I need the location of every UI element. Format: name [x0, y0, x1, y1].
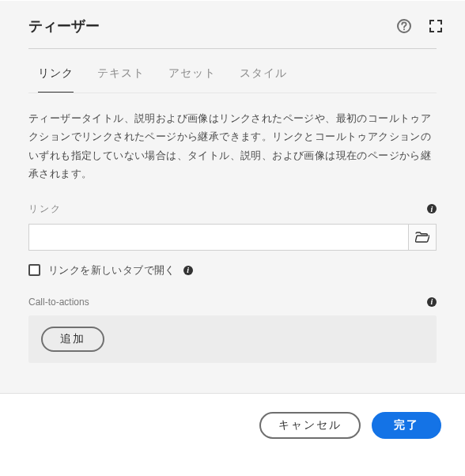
tab-style[interactable]: スタイル	[240, 62, 287, 93]
tab-asset[interactable]: アセット	[168, 62, 216, 93]
tab-bar: リンク テキスト アセット スタイル	[0, 49, 465, 93]
path-picker-button[interactable]	[408, 224, 437, 251]
cta-label: Call-to-actions	[28, 297, 427, 308]
tab-link[interactable]: リンク	[38, 62, 74, 93]
cancel-button[interactable]: キャンセル	[259, 412, 361, 439]
open-new-tab-label: リンクを新しいタブで開く	[48, 263, 176, 278]
open-new-tab-row[interactable]: リンクを新しいタブで開く i	[28, 263, 437, 278]
panel-description: ティーザータイトル、説明および画像はリンクされたページや、最初のコールトゥアクシ…	[28, 109, 437, 183]
dialog-title: ティーザー	[28, 17, 381, 36]
folder-open-icon	[415, 232, 429, 243]
info-icon[interactable]: i	[427, 204, 437, 213]
done-button[interactable]: 完了	[372, 412, 441, 439]
tab-text[interactable]: テキスト	[97, 62, 145, 93]
open-new-tab-checkbox[interactable]	[28, 264, 40, 276]
dialog-content: ティーザー リンク テキスト アセット スタイル ティー	[0, 0, 465, 394]
link-field-header: リンク i	[28, 202, 437, 216]
help-icon[interactable]	[395, 17, 413, 35]
svg-point-1	[403, 28, 405, 30]
dialog-header: ティーザー	[0, 1, 465, 48]
link-input[interactable]	[28, 224, 408, 251]
dialog-footer: キャンセル 完了	[0, 394, 465, 462]
tab-panel-link: ティーザータイトル、説明および画像はリンクされたページや、最初のコールトゥアクシ…	[0, 93, 465, 393]
link-input-row	[28, 224, 437, 251]
info-icon[interactable]: i	[427, 297, 437, 307]
cta-add-button[interactable]: 追加	[41, 327, 104, 352]
link-field-label: リンク	[28, 202, 427, 216]
info-icon[interactable]: i	[183, 266, 193, 275]
fullscreen-icon[interactable]	[427, 17, 444, 35]
cta-header: Call-to-actions i	[28, 297, 437, 308]
cta-panel: 追加	[28, 315, 437, 363]
